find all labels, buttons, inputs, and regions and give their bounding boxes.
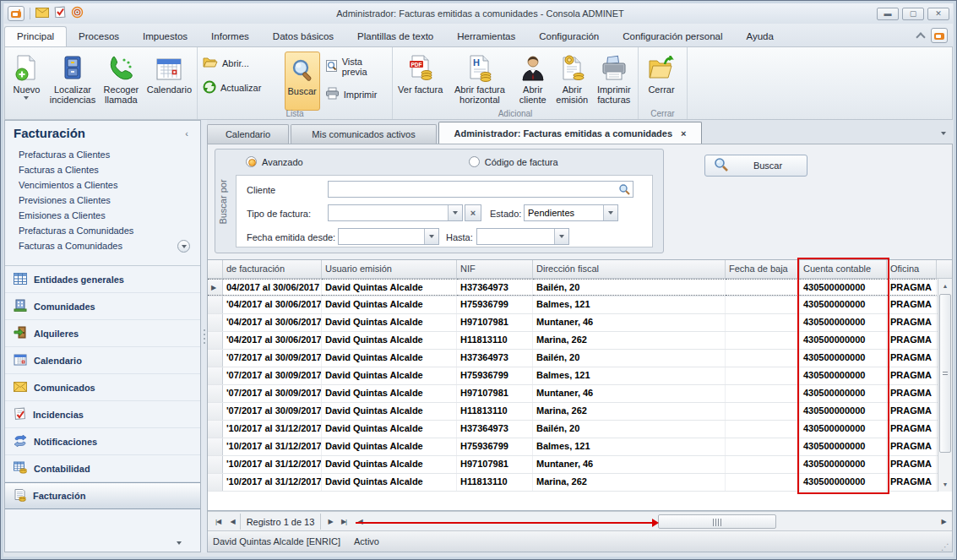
sidebar-link-facturas-comunidades[interactable]: Facturas a Comunidades	[5, 238, 200, 253]
resize-grip[interactable]: ⋰	[941, 542, 952, 552]
sidebar-link-prefacturas-comunidades[interactable]: Prefacturas a Comunidades	[5, 223, 200, 238]
app-icon[interactable]	[8, 6, 24, 21]
combo-dropdown-icon[interactable]	[603, 205, 617, 220]
tab-plantillas[interactable]: Plantillas de texto	[345, 27, 445, 46]
tab-informes[interactable]: Informes	[199, 27, 261, 46]
header-cuenta[interactable]: Cuenta contable	[800, 260, 887, 278]
horizontal-scroll-thumb[interactable]	[658, 514, 776, 529]
header-oficina[interactable]: Oficina	[887, 260, 937, 278]
scroll-up-icon[interactable]: ▲	[939, 280, 951, 292]
cerrar-button[interactable]: Cerrar	[640, 50, 682, 99]
header-periodo[interactable]: de facturación	[223, 260, 322, 278]
table-row[interactable]: '10/2017 al 31/12/2017David Quintas Alca…	[208, 474, 952, 492]
table-row[interactable]: '07/2017 al 30/09/2017David Quintas Alca…	[208, 385, 952, 403]
table-row[interactable]: '04/2017 al 30/06/2017David Quintas Alca…	[208, 314, 952, 332]
table-row[interactable]: ▶04/2017 al 30/06/2017David Quintas Alca…	[208, 279, 952, 296]
header-fecha-baja[interactable]: Fecha de baja	[726, 260, 800, 278]
sidebar-item-comunicados[interactable]: Comunicados	[5, 374, 200, 401]
buscar-ribbon-button[interactable]: Buscar	[285, 52, 320, 111]
sidebar-item-notificaciones[interactable]: Notificaciones	[5, 428, 200, 455]
table-row[interactable]: '07/2017 al 30/09/2017David Quintas Alca…	[208, 367, 952, 385]
tab-herramientas[interactable]: Herramientas	[445, 27, 527, 46]
doc-tab-calendario[interactable]: Calendario	[207, 124, 289, 144]
ver-factura-button[interactable]: PDF Ver factura	[394, 50, 446, 99]
hscroll-right-icon[interactable]: ▶	[937, 514, 950, 529]
prev-record-button[interactable]: ◀	[226, 514, 239, 529]
table-row[interactable]: '10/2017 al 31/12/2017David Quintas Alca…	[208, 438, 952, 456]
buscar-panel-button[interactable]: Buscar	[704, 155, 807, 177]
sidebar-item-facturacion[interactable]: Facturación	[5, 482, 200, 509]
last-record-button[interactable]: ▶|	[337, 514, 351, 529]
tab-configuracion-personal[interactable]: Configuración personal	[611, 27, 734, 46]
tab-datos-basicos[interactable]: Datos básicos	[261, 27, 345, 46]
actualizar-button[interactable]: Actualizar	[203, 80, 281, 95]
vertical-scrollbar[interactable]: ▲ ▼	[938, 279, 952, 492]
tab-list-dropdown-icon[interactable]	[941, 123, 953, 144]
clear-tipo-button[interactable]: ×	[465, 204, 481, 221]
sidebar-link-prefacturas-clientes[interactable]: Prefacturas a Clientes	[5, 147, 200, 162]
broadcast-icon[interactable]	[71, 6, 84, 22]
abrir-factura-horizontal-button[interactable]: H Abrir factura horizontal	[446, 50, 513, 109]
sidebar-item-contabilidad[interactable]: Contabilidad	[5, 455, 200, 482]
tasks-icon[interactable]	[54, 6, 66, 21]
vista-previa-button[interactable]: Vista previa	[325, 57, 387, 77]
doc-tab-facturas[interactable]: Administrador: Facturas emitidas a comun…	[438, 122, 702, 144]
help-app-icon[interactable]	[931, 28, 948, 43]
minimize-button[interactable]: ▬	[877, 8, 899, 20]
header-nif[interactable]: NIF	[457, 260, 533, 278]
sidebar-splitter[interactable]	[201, 120, 207, 552]
lookup-icon[interactable]	[618, 183, 631, 199]
table-row[interactable]: '07/2017 al 30/09/2017David Quintas Alca…	[208, 350, 952, 367]
vertical-scroll-thumb[interactable]	[939, 294, 951, 453]
sidebar-item-calendario[interactable]: Calendario	[5, 347, 200, 374]
sidebar-item-comunidades[interactable]: Comunidades	[5, 293, 200, 320]
doc-tab-comunicados[interactable]: Mis comunicados activos	[291, 124, 437, 144]
next-record-button[interactable]: ▶	[324, 514, 337, 529]
localizar-incidencias-button[interactable]: Localizar incidencias	[46, 50, 99, 109]
tab-configuracion[interactable]: Configuración	[527, 27, 611, 46]
table-row[interactable]: '10/2017 al 31/12/2017David Quintas Alca…	[208, 421, 952, 438]
combo-dropdown-icon[interactable]	[448, 205, 462, 220]
close-button[interactable]: ✕	[927, 8, 949, 20]
combo-dropdown-icon[interactable]	[554, 229, 568, 244]
sidebar-overflow-icon[interactable]	[177, 541, 182, 545]
hscroll-left-icon[interactable]: ◀	[353, 514, 367, 529]
table-row[interactable]: '04/2017 al 30/06/2017David Quintas Alca…	[208, 296, 952, 314]
collapse-sidebar-icon[interactable]: ‹	[185, 128, 193, 139]
table-row[interactable]: '10/2017 al 31/12/2017David Quintas Alca…	[208, 456, 952, 474]
tab-procesos[interactable]: Procesos	[67, 27, 131, 46]
table-row[interactable]: '04/2017 al 30/06/2017David Quintas Alca…	[208, 332, 952, 350]
abrir-emision-button[interactable]: Abrir emisión	[552, 50, 592, 109]
recoger-llamada-button[interactable]: Recoger llamada	[99, 50, 144, 109]
first-record-button[interactable]: |◀	[211, 514, 225, 529]
scroll-down-icon[interactable]: ▼	[939, 478, 951, 491]
table-row[interactable]: '07/2017 al 30/09/2017David Quintas Alca…	[208, 403, 952, 421]
restore-button[interactable]: ▢	[902, 8, 924, 20]
mail-icon[interactable]	[35, 6, 49, 21]
tipo-factura-combo[interactable]	[328, 204, 463, 221]
abrir-button[interactable]: Abrir...	[203, 57, 281, 70]
nuevo-button[interactable]: Nuevo	[7, 50, 46, 104]
estado-combo[interactable]: Pendientes	[524, 204, 618, 221]
abrir-cliente-button[interactable]: Abrir cliente	[513, 50, 552, 109]
radio-codigo-factura[interactable]: Código de factura	[469, 156, 558, 167]
header-usuario[interactable]: Usuario emisión	[322, 260, 457, 278]
imprimir-facturas-button[interactable]: Imprimir facturas	[592, 50, 636, 109]
sidebar-item-alquileres[interactable]: Alquileres	[5, 320, 200, 347]
collapse-ribbon-icon[interactable]	[916, 32, 925, 41]
fecha-desde-combo[interactable]	[338, 228, 439, 245]
sidebar-link-facturas-clientes[interactable]: Facturas a Clientes	[5, 162, 200, 177]
tab-ayuda[interactable]: Ayuda	[735, 27, 786, 46]
calendario-button[interactable]: Calendario	[144, 50, 195, 99]
sidebar-link-vencimientos-clientes[interactable]: Vencimientos a Clientes	[5, 177, 200, 193]
radio-avanzado[interactable]: Avanzado	[246, 156, 303, 167]
hasta-combo[interactable]	[476, 228, 569, 245]
cliente-input[interactable]	[328, 181, 633, 198]
imprimir-button[interactable]: Imprimir	[325, 87, 387, 101]
sidebar-link-previsiones-clientes[interactable]: Previsiones a Clientes	[5, 193, 200, 208]
sidebar-link-emisiones-clientes[interactable]: Emisiones a Clientes	[5, 208, 200, 223]
combo-dropdown-icon[interactable]	[424, 229, 438, 244]
close-tab-icon[interactable]: ×	[681, 128, 686, 139]
sidebar-item-entidades-generales[interactable]: Entidades generales	[5, 266, 200, 293]
tab-impuestos[interactable]: Impuestos	[131, 27, 199, 46]
